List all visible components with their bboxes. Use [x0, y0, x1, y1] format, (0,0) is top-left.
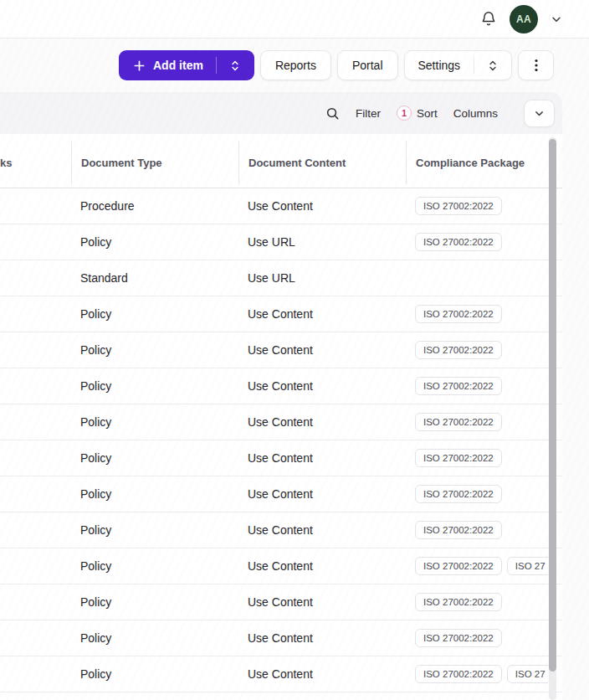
settings-dropdown-button[interactable] [474, 51, 511, 80]
cell-document-type: Standard [71, 271, 238, 285]
cell-document-type: Policy [71, 343, 238, 357]
table-row[interactable]: Policy Use Content ISO 27002:2022 [0, 620, 562, 656]
cell-document-content: Use Content [238, 307, 406, 321]
cell-document-type: Policy [71, 235, 238, 249]
add-item-split-button: Add item [119, 50, 254, 80]
cell-document-content: Use Content [238, 559, 406, 573]
cell-document-type: Policy [71, 487, 238, 501]
table-card: Filter 1 Sort Columns ks Document Type D… [0, 92, 562, 700]
scrollbar-track[interactable] [549, 137, 556, 700]
column-header-compliance-package[interactable]: Compliance Package [406, 141, 548, 184]
cell-compliance-package: ISO 27002:2022 [406, 233, 548, 251]
cell-document-type: Policy [71, 667, 238, 681]
cell-document-content: Use Content [238, 667, 406, 681]
compliance-badge: ISO 27002:2022 [415, 305, 502, 323]
table-row[interactable]: Policy Use Content ISO 27002:2022 [0, 368, 562, 404]
cell-document-type: Policy [71, 595, 238, 609]
cell-compliance-package: ISO 27002:2022 [406, 485, 548, 503]
cell-document-type: Policy [71, 559, 238, 573]
table-row[interactable]: Policy Use Content ISO 27002:2022 [0, 512, 562, 548]
cell-compliance-package: ISO 27002:2022 [406, 593, 548, 611]
compliance-badge-truncated: ISO 27 [507, 557, 548, 575]
sort-button[interactable]: 1 Sort [397, 106, 438, 121]
compliance-badge: ISO 27002:2022 [415, 629, 502, 647]
column-header-truncated[interactable]: ks [0, 141, 71, 184]
compliance-badge: ISO 27002:2022 [415, 485, 502, 503]
portal-button[interactable]: Portal [337, 50, 398, 80]
reports-button[interactable]: Reports [260, 50, 331, 80]
sort-label: Sort [417, 107, 438, 120]
compliance-badge: ISO 27002:2022 [415, 593, 502, 611]
compliance-badge: ISO 27002:2022 [415, 665, 502, 683]
table-row[interactable]: Policy Use Content ISO 27002:2022 ISO 27 [0, 656, 562, 692]
cell-document-content: Use Content [238, 343, 406, 357]
table-row[interactable]: Policy Use Content ISO 27002:2022 [0, 296, 562, 332]
compliance-badge: ISO 27002:2022 [415, 449, 502, 467]
chevron-down-icon [534, 108, 545, 119]
kebab-icon [530, 58, 543, 73]
table-row[interactable]: Policy Use Content ISO 27002:2022 [0, 584, 562, 620]
compliance-badge: ISO 27002:2022 [415, 197, 502, 215]
cell-document-content: Use Content [238, 415, 406, 429]
settings-button[interactable]: Settings [405, 51, 474, 80]
chevron-down-icon [551, 13, 562, 25]
cell-compliance-package: ISO 27002:2022 [406, 305, 548, 323]
cell-document-content: Use Content [238, 631, 406, 645]
compliance-badge: ISO 27002:2022 [415, 413, 502, 431]
more-options-button[interactable] [518, 50, 554, 80]
cell-document-content: Use URL [238, 271, 406, 285]
unfold-icon [487, 59, 499, 72]
table-row[interactable]: Policy Use Content ISO 27002:2022 [0, 440, 562, 476]
table-row[interactable]: Policy Use Content ISO 27002:2022 [0, 332, 562, 368]
avatar[interactable]: AA [510, 5, 538, 33]
add-item-button[interactable]: Add item [119, 50, 216, 80]
scrollbar-thumb[interactable] [549, 139, 556, 672]
plus-icon [133, 59, 146, 72]
compliance-badge: ISO 27002:2022 [415, 557, 502, 575]
cell-compliance-package: ISO 27002:2022 [406, 629, 548, 647]
cell-document-content: Use Content [238, 595, 406, 609]
filter-button[interactable]: Filter [356, 107, 381, 120]
table-body: Procedure Use Content ISO 27002:2022 Pol… [0, 188, 562, 692]
compliance-badge: ISO 27002:2022 [415, 233, 502, 251]
search-icon [325, 106, 340, 121]
cell-document-type: Policy [71, 631, 238, 645]
cell-document-content: Use Content [238, 523, 406, 537]
cell-compliance-package: ISO 27002:2022 [406, 521, 548, 539]
table-row[interactable]: Standard Use URL [0, 260, 562, 296]
add-item-dropdown-button[interactable] [217, 50, 254, 80]
cell-document-type: Procedure [71, 199, 238, 213]
cell-document-type: Policy [71, 307, 238, 321]
search-button[interactable] [325, 106, 340, 121]
cell-document-content: Use Content [238, 199, 406, 213]
cell-document-type: Policy [71, 523, 238, 537]
columns-button[interactable]: Columns [453, 107, 498, 120]
cell-document-content: Use URL [238, 235, 406, 249]
table-row[interactable]: Policy Use Content ISO 27002:2022 [0, 476, 562, 512]
column-header-document-content[interactable]: Document Content [238, 141, 406, 184]
cell-document-type: Policy [71, 379, 238, 393]
column-header-document-type[interactable]: Document Type [71, 141, 238, 184]
sort-count-badge: 1 [397, 106, 412, 121]
cell-compliance-package: ISO 27002:2022 ISO 27 [406, 557, 548, 575]
avatar-initials: AA [516, 13, 531, 25]
table-row[interactable]: Policy Use Content ISO 27002:2022 [0, 404, 562, 440]
page: AA Add item [0, 0, 589, 700]
cell-document-type: Policy [71, 451, 238, 465]
notifications-button[interactable] [479, 9, 499, 29]
cell-document-type: Policy [71, 415, 238, 429]
table-row[interactable]: Policy Use URL ISO 27002:2022 [0, 224, 562, 260]
table-row[interactable]: Policy Use Content ISO 27002:2022 ISO 27 [0, 548, 562, 584]
actions-row: Add item Reports Portal Settings [0, 39, 589, 92]
table-row[interactable]: Procedure Use Content ISO 27002:2022 [0, 188, 562, 224]
cell-compliance-package: ISO 27002:2022 [406, 341, 548, 359]
cell-document-content: Use Content [238, 487, 406, 501]
compliance-badge: ISO 27002:2022 [415, 521, 502, 539]
compliance-badge: ISO 27002:2022 [415, 377, 502, 395]
table-toolbar: Filter 1 Sort Columns [0, 92, 562, 134]
bell-icon [480, 11, 497, 28]
user-menu-button[interactable] [549, 12, 564, 27]
add-item-label: Add item [153, 59, 203, 72]
settings-split-button: Settings [404, 50, 513, 80]
collapse-toolbar-button[interactable] [524, 100, 555, 127]
